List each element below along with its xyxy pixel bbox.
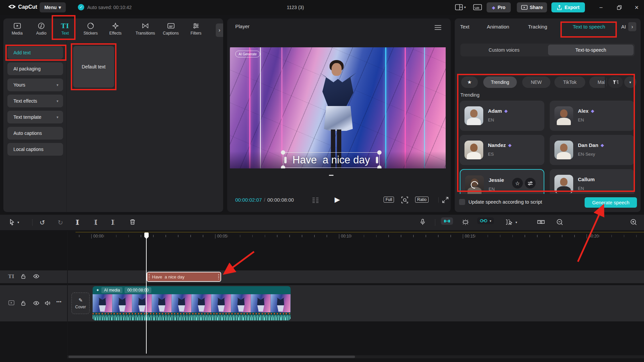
waveform-markers xyxy=(93,313,291,314)
filters-icon xyxy=(185,21,207,30)
share-button[interactable]: Share xyxy=(517,2,547,12)
tab-stickers[interactable]: Stickers xyxy=(80,21,102,36)
sidebar-item-local-captions[interactable]: Local captions xyxy=(7,143,63,156)
video-preview[interactable]: AI Generate Have a nice day xyxy=(230,47,446,168)
export-label: Export xyxy=(564,5,579,10)
link-clips-toggle[interactable]: ▾ xyxy=(477,217,494,224)
document-title: 1123 (3) xyxy=(275,5,315,10)
tabs-scroll-right-button[interactable]: › xyxy=(628,22,636,31)
custom-voices-tab[interactable]: Custom voices xyxy=(460,44,548,56)
video-clip-ai-media[interactable]: ✦ AI media 00:00:08:00 xyxy=(93,286,291,320)
tab-label: Audio xyxy=(30,31,52,36)
script-list-icon[interactable] xyxy=(312,197,319,203)
player-menu-icon[interactable] xyxy=(435,25,441,30)
playhead-line[interactable] xyxy=(146,233,147,354)
sidebar-item-yours[interactable]: Yours ▾ xyxy=(7,79,63,91)
split-button[interactable]: ][ xyxy=(76,219,78,225)
zoom-in-button[interactable] xyxy=(630,219,637,226)
tab-label: Filters xyxy=(185,31,207,36)
annotation-arrow-text-clip xyxy=(226,252,254,273)
minimize-button[interactable]: – xyxy=(597,3,605,11)
text-clip-have-a-nice-day[interactable]: Have a nice day xyxy=(147,272,221,282)
tab-animation[interactable]: Animation xyxy=(487,24,509,30)
auto-snap-toggle[interactable] xyxy=(441,217,453,225)
tab-captions[interactable]: Captions xyxy=(160,21,182,36)
titlebar: CapCut Menu ▾ ✓ Auto saved: 00:10:42 112… xyxy=(0,0,644,15)
side-handle[interactable] xyxy=(376,157,378,163)
layout-toggle-button[interactable]: ▾ xyxy=(455,4,466,10)
sidebar-label: Yours xyxy=(13,82,25,88)
timeline-scrollbar-thumb[interactable] xyxy=(68,356,355,358)
text-track-lane xyxy=(0,270,644,283)
text-overlay[interactable]: Have a nice day xyxy=(283,153,379,167)
split-glyph: [ xyxy=(77,219,79,225)
menu-button[interactable]: Menu ▾ xyxy=(40,2,66,12)
hide-track-icon[interactable] xyxy=(33,301,39,305)
update-speech-label: Update speech according to script xyxy=(468,199,542,205)
chevron-down-icon: ▾ xyxy=(56,99,58,103)
hide-track-icon[interactable] xyxy=(33,274,39,278)
tab-ai[interactable]: AI xyxy=(621,24,626,30)
ai-media-badge: AI media xyxy=(101,287,122,293)
audio-waveform xyxy=(93,312,291,320)
cut-mode-button[interactable]: ▾ xyxy=(505,219,517,225)
side-handle[interactable] xyxy=(284,157,287,163)
text-overlay-selection[interactable]: Have a nice day xyxy=(283,152,380,168)
tabs-scroll-right-button[interactable]: › xyxy=(216,23,223,37)
sidebar-item-ai-packaging[interactable]: AI packaging xyxy=(7,62,63,75)
video-clip-header: ✦ AI media 00:00:08:00 xyxy=(93,286,291,294)
resize-handle[interactable] xyxy=(377,165,382,168)
fullscreen-icon[interactable] xyxy=(442,197,449,203)
text-to-speech-tab[interactable]: Text-to-speech xyxy=(548,45,634,55)
restore-button[interactable] xyxy=(615,3,624,11)
lock-track-icon[interactable] xyxy=(21,274,26,279)
sidebar-item-auto-captions[interactable]: Auto captions xyxy=(7,127,63,140)
autosave-status: ✓ Auto saved: 00:10:42 xyxy=(78,4,132,10)
timeline-ruler[interactable] xyxy=(79,235,644,237)
resize-handle[interactable] xyxy=(377,150,382,155)
sidebar-item-text-effects[interactable]: Text effects ▾ xyxy=(7,95,63,107)
generate-speech-button[interactable]: Generate speech xyxy=(585,197,637,208)
gem-icon: ◆ xyxy=(492,5,495,10)
pro-badge[interactable]: ◆ Pro xyxy=(487,2,511,12)
tab-transitions[interactable]: Transitions xyxy=(132,21,159,36)
undo-button[interactable]: ↺ xyxy=(40,219,45,226)
tab-audio[interactable]: Audio xyxy=(30,21,52,36)
annotation-box-text-tab xyxy=(52,15,76,40)
split-delete-left-button[interactable]: ][ xyxy=(94,219,96,225)
close-button[interactable]: × xyxy=(632,3,641,11)
preview-axis-toggle[interactable] xyxy=(462,219,469,225)
tab-label: Effects xyxy=(104,31,127,36)
record-voiceover-button[interactable] xyxy=(420,219,425,225)
resize-handle[interactable] xyxy=(281,165,285,168)
track-more-options-icon[interactable]: ••• xyxy=(56,300,62,304)
tab-effects[interactable]: Effects xyxy=(104,21,127,36)
play-button[interactable]: ▶ xyxy=(335,196,340,204)
split-delete-right-button[interactable]: ][ xyxy=(111,219,114,225)
export-button[interactable]: Export xyxy=(551,2,585,12)
ratio-button[interactable]: Ratio xyxy=(415,197,429,203)
preview-focus-icon[interactable] xyxy=(401,196,408,204)
delete-button[interactable] xyxy=(130,219,136,225)
mute-track-icon[interactable] xyxy=(45,301,51,306)
chevron-down-icon: ▾ xyxy=(490,219,491,223)
redo-button[interactable]: ↻ xyxy=(58,219,63,226)
lock-track-icon[interactable] xyxy=(21,301,26,306)
sidebar-item-text-template[interactable]: Text template ▾ xyxy=(7,111,63,123)
ai-generate-badge: AI Generate xyxy=(235,51,260,57)
full-quality-button[interactable]: Full xyxy=(384,197,394,203)
tab-label: Transitions xyxy=(132,31,159,36)
adapt-timeline-button[interactable] xyxy=(537,219,545,225)
sidebar-label: Text effects xyxy=(13,98,37,104)
update-speech-checkbox[interactable] xyxy=(459,199,465,205)
zoom-out-button[interactable] xyxy=(556,219,563,226)
select-tool-button[interactable]: ▾ xyxy=(9,219,19,225)
tab-tracking[interactable]: Tracking xyxy=(528,24,547,30)
tab-media[interactable]: Media xyxy=(6,21,28,36)
time-separator: / xyxy=(262,197,267,203)
edit-cover-button[interactable]: ✎ Cover xyxy=(71,293,90,314)
tab-text-props[interactable]: Text xyxy=(460,24,469,30)
notes-panel-button[interactable] xyxy=(473,4,482,10)
tab-filters[interactable]: Filters xyxy=(185,21,207,36)
resize-handle[interactable] xyxy=(281,150,285,155)
